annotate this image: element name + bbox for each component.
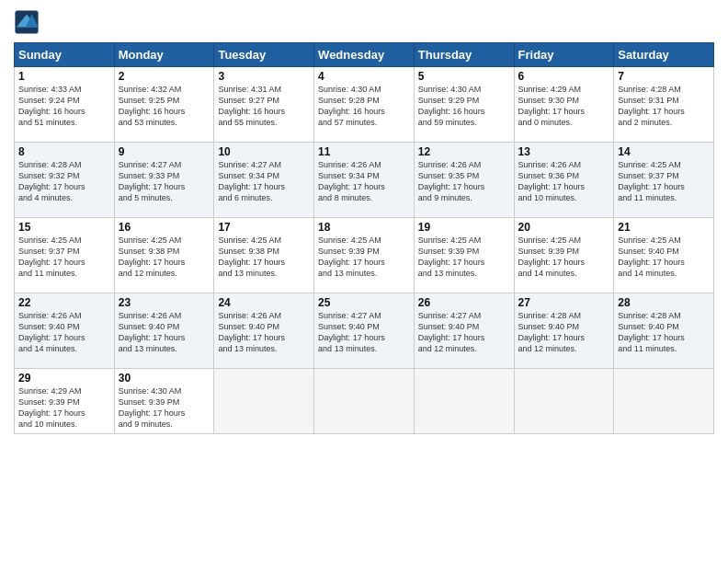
day-info: Sunrise: 4:27 AM Sunset: 9:33 PM Dayligh… xyxy=(119,159,210,204)
calendar-cell: 22Sunrise: 4:26 AM Sunset: 9:40 PM Dayli… xyxy=(15,293,115,369)
calendar-week-5: 29Sunrise: 4:29 AM Sunset: 9:39 PM Dayli… xyxy=(15,369,714,434)
calendar-cell: 25Sunrise: 4:27 AM Sunset: 9:40 PM Dayli… xyxy=(314,293,415,369)
day-number: 16 xyxy=(119,221,210,234)
day-number: 14 xyxy=(618,145,710,158)
day-info: Sunrise: 4:30 AM Sunset: 9:39 PM Dayligh… xyxy=(119,385,210,431)
calendar-cell: 1Sunrise: 4:33 AM Sunset: 9:24 PM Daylig… xyxy=(15,67,115,143)
day-info: Sunrise: 4:27 AM Sunset: 9:34 PM Dayligh… xyxy=(218,159,310,204)
calendar-cell: 29Sunrise: 4:29 AM Sunset: 9:39 PM Dayli… xyxy=(15,369,115,434)
day-info: Sunrise: 4:30 AM Sunset: 9:29 PM Dayligh… xyxy=(418,84,510,129)
logo xyxy=(14,9,43,35)
day-number: 11 xyxy=(318,145,410,158)
header xyxy=(14,9,714,35)
day-number: 22 xyxy=(18,296,110,309)
calendar-cell: 30Sunrise: 4:30 AM Sunset: 9:39 PM Dayli… xyxy=(114,369,214,434)
day-number: 8 xyxy=(18,145,110,158)
day-info: Sunrise: 4:26 AM Sunset: 9:36 PM Dayligh… xyxy=(518,159,610,204)
weekday-header-saturday: Saturday xyxy=(614,43,714,67)
day-number: 4 xyxy=(318,70,410,83)
day-number: 18 xyxy=(318,221,410,234)
weekday-header-friday: Friday xyxy=(514,43,614,67)
day-info: Sunrise: 4:25 AM Sunset: 9:37 PM Dayligh… xyxy=(618,159,710,204)
calendar-cell: 10Sunrise: 4:27 AM Sunset: 9:34 PM Dayli… xyxy=(214,143,314,218)
calendar-cell: 20Sunrise: 4:25 AM Sunset: 9:39 PM Dayli… xyxy=(514,218,614,293)
day-info: Sunrise: 4:25 AM Sunset: 9:37 PM Dayligh… xyxy=(18,235,110,280)
calendar-cell xyxy=(314,369,415,434)
calendar-cell: 21Sunrise: 4:25 AM Sunset: 9:40 PM Dayli… xyxy=(614,218,714,293)
calendar-cell xyxy=(214,369,314,434)
calendar-table: SundayMondayTuesdayWednesdayThursdayFrid… xyxy=(14,42,714,434)
calendar-cell: 27Sunrise: 4:28 AM Sunset: 9:40 PM Dayli… xyxy=(514,293,614,369)
day-number: 12 xyxy=(418,145,510,158)
day-number: 13 xyxy=(518,145,610,158)
day-number: 25 xyxy=(318,296,410,309)
calendar-cell: 19Sunrise: 4:25 AM Sunset: 9:39 PM Dayli… xyxy=(414,218,514,293)
weekday-header-wednesday: Wednesday xyxy=(314,43,415,67)
day-info: Sunrise: 4:27 AM Sunset: 9:40 PM Dayligh… xyxy=(418,310,510,355)
calendar-cell: 5Sunrise: 4:30 AM Sunset: 9:29 PM Daylig… xyxy=(414,67,514,143)
day-info: Sunrise: 4:29 AM Sunset: 9:30 PM Dayligh… xyxy=(518,84,610,129)
day-number: 26 xyxy=(418,296,510,309)
calendar-cell: 7Sunrise: 4:28 AM Sunset: 9:31 PM Daylig… xyxy=(614,67,714,143)
day-number: 5 xyxy=(418,70,510,83)
day-info: Sunrise: 4:26 AM Sunset: 9:40 PM Dayligh… xyxy=(18,310,110,355)
day-number: 1 xyxy=(18,70,110,83)
day-number: 2 xyxy=(119,70,210,83)
day-info: Sunrise: 4:26 AM Sunset: 9:40 PM Dayligh… xyxy=(119,310,210,355)
day-number: 17 xyxy=(218,221,310,234)
calendar-cell: 2Sunrise: 4:32 AM Sunset: 9:25 PM Daylig… xyxy=(114,67,214,143)
day-info: Sunrise: 4:32 AM Sunset: 9:25 PM Dayligh… xyxy=(119,84,210,129)
day-info: Sunrise: 4:25 AM Sunset: 9:40 PM Dayligh… xyxy=(618,235,710,280)
day-number: 10 xyxy=(218,145,310,158)
calendar-cell: 24Sunrise: 4:26 AM Sunset: 9:40 PM Dayli… xyxy=(214,293,314,369)
calendar-cell: 23Sunrise: 4:26 AM Sunset: 9:40 PM Dayli… xyxy=(114,293,214,369)
day-number: 7 xyxy=(618,70,710,83)
day-info: Sunrise: 4:28 AM Sunset: 9:32 PM Dayligh… xyxy=(18,159,110,204)
day-number: 9 xyxy=(119,145,210,158)
day-number: 21 xyxy=(618,221,710,234)
generalblue-logo-icon xyxy=(14,9,40,35)
page: SundayMondayTuesdayWednesdayThursdayFrid… xyxy=(0,0,728,563)
day-info: Sunrise: 4:33 AM Sunset: 9:24 PM Dayligh… xyxy=(18,84,110,129)
day-info: Sunrise: 4:28 AM Sunset: 9:40 PM Dayligh… xyxy=(618,310,710,355)
calendar-cell: 28Sunrise: 4:28 AM Sunset: 9:40 PM Dayli… xyxy=(614,293,714,369)
calendar-cell: 12Sunrise: 4:26 AM Sunset: 9:35 PM Dayli… xyxy=(414,143,514,218)
day-info: Sunrise: 4:26 AM Sunset: 9:40 PM Dayligh… xyxy=(218,310,310,355)
calendar-cell xyxy=(614,369,714,434)
day-info: Sunrise: 4:28 AM Sunset: 9:31 PM Dayligh… xyxy=(618,84,710,129)
day-info: Sunrise: 4:26 AM Sunset: 9:35 PM Dayligh… xyxy=(418,159,510,204)
calendar-week-1: 1Sunrise: 4:33 AM Sunset: 9:24 PM Daylig… xyxy=(15,67,714,143)
day-number: 6 xyxy=(518,70,610,83)
calendar-cell: 8Sunrise: 4:28 AM Sunset: 9:32 PM Daylig… xyxy=(15,143,115,218)
day-number: 3 xyxy=(218,70,310,83)
day-number: 29 xyxy=(18,372,110,385)
day-info: Sunrise: 4:25 AM Sunset: 9:38 PM Dayligh… xyxy=(218,235,310,280)
calendar-week-2: 8Sunrise: 4:28 AM Sunset: 9:32 PM Daylig… xyxy=(15,143,714,218)
day-info: Sunrise: 4:25 AM Sunset: 9:38 PM Dayligh… xyxy=(119,235,210,280)
day-info: Sunrise: 4:30 AM Sunset: 9:28 PM Dayligh… xyxy=(318,84,410,129)
weekday-header-monday: Monday xyxy=(114,43,214,67)
calendar-cell xyxy=(514,369,614,434)
calendar-cell: 17Sunrise: 4:25 AM Sunset: 9:38 PM Dayli… xyxy=(214,218,314,293)
calendar-cell: 3Sunrise: 4:31 AM Sunset: 9:27 PM Daylig… xyxy=(214,67,314,143)
calendar-cell: 18Sunrise: 4:25 AM Sunset: 9:39 PM Dayli… xyxy=(314,218,415,293)
day-info: Sunrise: 4:25 AM Sunset: 9:39 PM Dayligh… xyxy=(318,235,410,280)
calendar-cell: 6Sunrise: 4:29 AM Sunset: 9:30 PM Daylig… xyxy=(514,67,614,143)
calendar-cell: 9Sunrise: 4:27 AM Sunset: 9:33 PM Daylig… xyxy=(114,143,214,218)
day-info: Sunrise: 4:28 AM Sunset: 9:40 PM Dayligh… xyxy=(518,310,610,355)
calendar-week-4: 22Sunrise: 4:26 AM Sunset: 9:40 PM Dayli… xyxy=(15,293,714,369)
day-number: 27 xyxy=(518,296,610,309)
calendar-cell: 13Sunrise: 4:26 AM Sunset: 9:36 PM Dayli… xyxy=(514,143,614,218)
day-number: 28 xyxy=(618,296,710,309)
day-info: Sunrise: 4:26 AM Sunset: 9:34 PM Dayligh… xyxy=(318,159,410,204)
day-number: 24 xyxy=(218,296,310,309)
day-info: Sunrise: 4:25 AM Sunset: 9:39 PM Dayligh… xyxy=(518,235,610,280)
calendar-cell: 15Sunrise: 4:25 AM Sunset: 9:37 PM Dayli… xyxy=(15,218,115,293)
weekday-header-tuesday: Tuesday xyxy=(214,43,314,67)
calendar-cell: 26Sunrise: 4:27 AM Sunset: 9:40 PM Dayli… xyxy=(414,293,514,369)
day-number: 23 xyxy=(119,296,210,309)
weekday-header-thursday: Thursday xyxy=(414,43,514,67)
day-number: 19 xyxy=(418,221,510,234)
weekday-header-row: SundayMondayTuesdayWednesdayThursdayFrid… xyxy=(15,43,714,67)
calendar-cell: 4Sunrise: 4:30 AM Sunset: 9:28 PM Daylig… xyxy=(314,67,415,143)
